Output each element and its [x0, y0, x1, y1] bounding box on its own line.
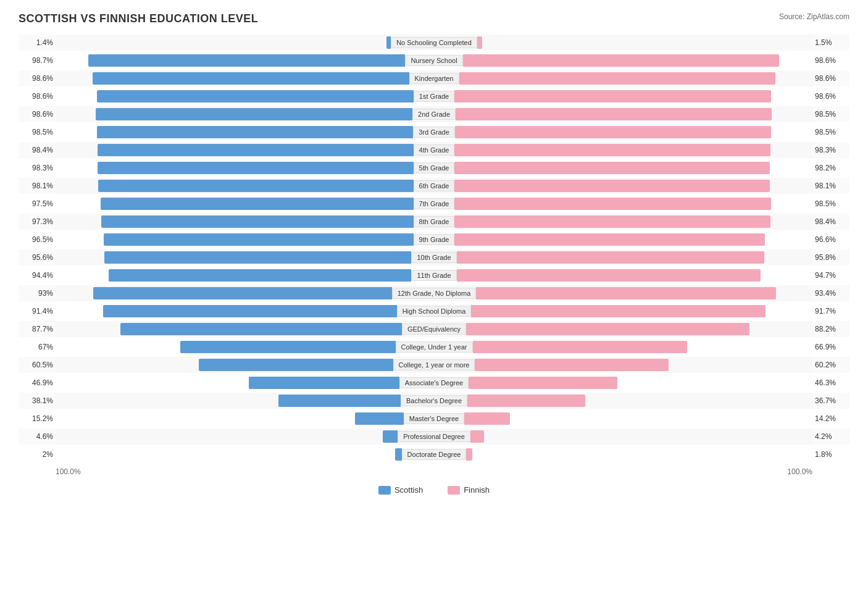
scottish-value: 98.7% — [19, 56, 56, 65]
education-level-label: 5th Grade — [414, 162, 455, 173]
finnish-bar — [469, 377, 617, 389]
scottish-value: 98.3% — [19, 164, 56, 172]
finnish-bar — [454, 162, 770, 174]
left-bar-container — [56, 251, 411, 264]
bar-row: 97.5%7th Grade98.5% — [19, 196, 849, 212]
finnish-bar — [454, 144, 770, 156]
education-level-label: 10th Grade — [411, 252, 456, 263]
bar-row: 94.4%11th Grade94.7% — [19, 267, 849, 283]
bars-center: Master's Degree — [56, 411, 812, 427]
finnish-bar — [466, 448, 472, 461]
finnish-bar — [464, 412, 510, 425]
scottish-value: 98.5% — [19, 128, 56, 136]
finnish-value: 60.2% — [812, 361, 849, 369]
scottish-value: 87.7% — [19, 325, 56, 333]
bars-center: 5th Grade — [56, 160, 812, 176]
right-bar-container — [476, 287, 812, 299]
finnish-value: 36.7% — [812, 396, 849, 405]
bar-row: 60.5%College, 1 year or more60.2% — [19, 357, 849, 373]
finnish-value: 95.8% — [812, 253, 849, 262]
finnish-bar — [477, 36, 482, 49]
education-level-label: Kindergarten — [409, 73, 459, 84]
scottish-value: 94.4% — [19, 271, 56, 280]
education-level-label: 1st Grade — [414, 91, 454, 102]
scottish-value: 98.4% — [19, 146, 56, 154]
scottish-value: 97.5% — [19, 199, 56, 208]
scottish-value: 2% — [19, 450, 56, 459]
finnish-bar — [455, 126, 771, 138]
scottish-bar — [97, 126, 413, 138]
scottish-bar — [101, 215, 414, 228]
finnish-bar — [454, 233, 764, 246]
bars-center: No Schooling Completed — [56, 35, 812, 51]
scottish-bar — [96, 108, 412, 120]
chart-container: SCOTTISH VS FINNISH EDUCATION LEVEL Sour… — [0, 0, 868, 519]
scottish-value: 96.5% — [19, 235, 56, 244]
finnish-value: 98.6% — [812, 74, 849, 83]
scottish-bar — [109, 269, 412, 282]
right-bar-container — [457, 251, 812, 264]
education-level-label: 7th Grade — [414, 198, 455, 209]
finnish-value: 1.5% — [812, 38, 849, 47]
bar-row: 93%12th Grade, No Diploma93.4% — [19, 285, 849, 301]
bar-row: 98.4%4th Grade98.3% — [19, 142, 849, 158]
finnish-bar — [457, 269, 761, 282]
bars-center: High School Diploma — [56, 303, 812, 319]
finnish-bar — [476, 287, 776, 299]
finnish-value: 14.2% — [812, 414, 849, 423]
left-bar-container — [56, 233, 414, 246]
scottish-value: 93% — [19, 289, 56, 298]
finnish-value: 98.4% — [812, 217, 849, 226]
finnish-value: 98.1% — [812, 182, 849, 190]
education-level-label: Bachelor's Degree — [401, 395, 467, 406]
bar-row: 96.5%9th Grade96.6% — [19, 232, 849, 248]
scottish-bar — [98, 162, 413, 174]
scottish-bar — [249, 377, 399, 389]
bars-center: Doctorate Degree — [56, 446, 812, 462]
scottish-bar — [199, 359, 393, 371]
finnish-bar — [475, 359, 668, 371]
left-bar-container — [56, 180, 414, 192]
left-bar-container — [56, 144, 414, 156]
left-bar-container — [56, 198, 414, 210]
scottish-value: 98.6% — [19, 92, 56, 101]
bar-row: 2%Doctorate Degree1.8% — [19, 446, 849, 462]
bars-center: 10th Grade — [56, 249, 812, 265]
finnish-bar — [470, 430, 484, 443]
right-bar-container — [454, 162, 812, 174]
bar-row: 98.7%Nursery School98.6% — [19, 52, 849, 69]
bar-row: 98.3%5th Grade98.2% — [19, 160, 849, 176]
scottish-value: 4.6% — [19, 432, 56, 441]
bars-center: Kindergarten — [56, 70, 812, 86]
right-bar-container — [463, 54, 812, 67]
axis-left: 100.0% — [56, 467, 81, 476]
scottish-bar — [355, 412, 404, 425]
scottish-bar — [386, 36, 391, 49]
right-bar-container — [470, 430, 812, 443]
bar-row: 1.4%No Schooling Completed1.5% — [19, 35, 849, 51]
scottish-bar — [120, 323, 402, 335]
bars-center: 4th Grade — [56, 142, 812, 158]
finnish-value: 4.2% — [812, 432, 849, 441]
left-bar-container — [56, 305, 397, 317]
scottish-value: 98.1% — [19, 182, 56, 190]
bars-center: 1st Grade — [56, 88, 812, 104]
right-bar-container — [477, 36, 812, 49]
left-bar-container — [56, 430, 398, 443]
education-level-label: GED/Equivalency — [402, 324, 466, 335]
education-level-label: 12th Grade, No Diploma — [392, 288, 477, 299]
bars-center: 7th Grade — [56, 196, 812, 212]
bars-center: 12th Grade, No Diploma — [56, 285, 812, 301]
finnish-value: 98.6% — [812, 92, 849, 101]
scottish-value: 95.6% — [19, 253, 56, 262]
education-level-label: College, 1 year or more — [393, 359, 475, 370]
scottish-bar — [101, 198, 414, 210]
finnish-value: 98.5% — [812, 199, 849, 208]
scottish-value: 91.4% — [19, 307, 56, 316]
finnish-value: 46.3% — [812, 378, 849, 387]
scottish-bar — [395, 448, 401, 461]
scottish-value: 1.4% — [19, 38, 56, 47]
right-bar-container — [456, 108, 812, 120]
left-bar-container — [56, 359, 393, 371]
bar-row: 46.9%Associate's Degree46.3% — [19, 375, 849, 391]
